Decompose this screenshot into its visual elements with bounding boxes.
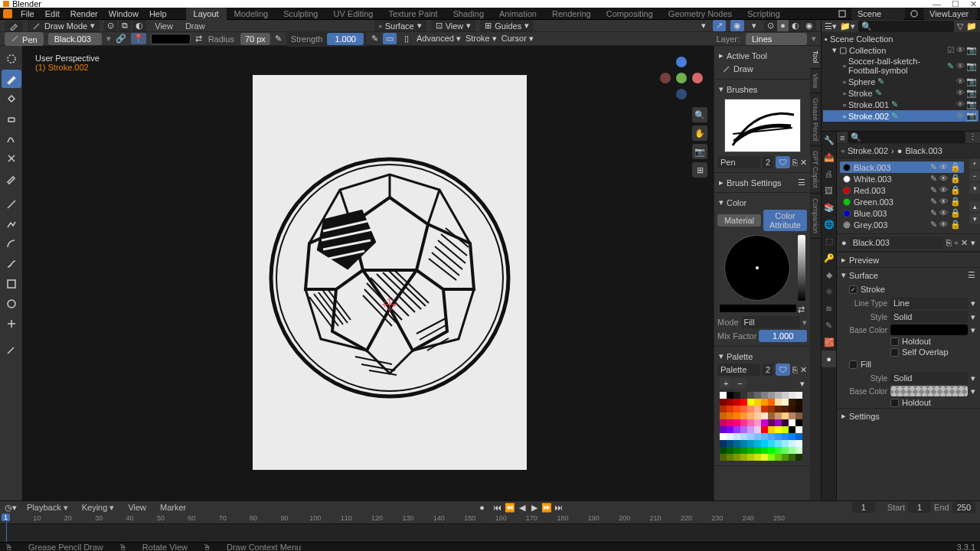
palette-color[interactable] (761, 399, 768, 406)
palette-color[interactable] (740, 392, 747, 399)
strength-pressure-button[interactable]: ✎ (371, 34, 378, 44)
material-slot[interactable]: Red.003✎👁🔒 (840, 184, 964, 196)
palette-color[interactable] (761, 426, 768, 433)
palette-remove-button[interactable]: − (733, 378, 746, 389)
menu-file[interactable]: File (15, 9, 40, 18)
palette-unlink-button[interactable]: ✕ (800, 365, 807, 375)
palette-color[interactable] (768, 392, 775, 399)
palette-color[interactable] (795, 399, 802, 406)
npanel-tab-view[interactable]: View (810, 69, 821, 93)
palette-color[interactable] (727, 399, 733, 406)
viewlayer-field[interactable]: ViewLayer (923, 8, 977, 20)
radius-pressure-button[interactable]: ✎ (275, 34, 282, 44)
props-options-button[interactable]: ⋮ (969, 132, 977, 142)
3d-viewport[interactable]: User Perspective (1) Stroke.002 (23, 46, 714, 500)
preview-header[interactable]: ▸ Preview (837, 253, 980, 267)
menu-window[interactable]: Window (103, 9, 144, 18)
palette-color[interactable] (795, 419, 802, 426)
plane-dropdown[interactable]: ⊡ View ▾ (431, 20, 476, 31)
palette-color[interactable] (740, 454, 747, 461)
palette-color[interactable] (782, 412, 789, 419)
palette-new-button[interactable]: ⎘ (792, 365, 798, 374)
palette-color[interactable] (789, 399, 795, 406)
palette-color[interactable] (775, 392, 782, 399)
palette-color[interactable] (740, 412, 747, 419)
palette-color[interactable] (761, 440, 768, 447)
material-tab[interactable]: Material (717, 214, 761, 227)
palette-color[interactable] (782, 392, 789, 399)
fill-basecolor[interactable] (890, 386, 968, 396)
origin-dropdown[interactable]: ▫ Surface ▾ (374, 20, 426, 31)
shading-solid[interactable]: ● (777, 20, 789, 31)
value-slider[interactable] (798, 235, 805, 301)
palette-color[interactable] (720, 440, 727, 447)
npanel-tab-grease-pencil[interactable]: Grease Pencil (810, 93, 821, 147)
palette-color[interactable] (727, 419, 733, 426)
palette-color[interactable] (720, 447, 727, 454)
material-pin-button[interactable]: ▾ (971, 238, 975, 248)
menu-render[interactable]: Render (65, 9, 103, 18)
swap-colors-button[interactable]: ⇄ (798, 305, 805, 315)
palette-color[interactable] (720, 419, 727, 426)
palette-color[interactable] (754, 399, 761, 406)
palette-color[interactable] (740, 433, 747, 440)
fill-style-dropdown[interactable]: Solid (890, 372, 968, 384)
play-button[interactable]: ▶ (529, 502, 540, 513)
overlay-button[interactable]: ◉ (730, 20, 744, 31)
palette-color[interactable] (720, 433, 727, 440)
surface-header[interactable]: ▾ Surface ☰ (837, 268, 980, 282)
material-new-button[interactable]: ▫ (955, 238, 958, 247)
palette-fakeuser-button[interactable]: 🛡 (776, 364, 790, 376)
palette-color[interactable] (775, 419, 782, 426)
circle-tool[interactable] (2, 295, 21, 313)
palette-color[interactable] (768, 426, 775, 433)
npanel-tab-gpt-copilot[interactable]: GPT Copilot (810, 146, 821, 194)
workspace-tab-rendering[interactable]: Rendering (544, 8, 599, 20)
palette-color[interactable] (795, 454, 802, 461)
pan-gizmo-button[interactable]: ✋ (692, 126, 707, 141)
cursor-menu[interactable]: Cursor ▾ (501, 34, 534, 44)
fill-subheader[interactable]: Fill (837, 357, 980, 371)
npanel-tab-companion[interactable]: Companion (810, 194, 821, 239)
prop-edit-button[interactable]: ◐ (132, 20, 146, 31)
outliner-item[interactable]: ▫Soccer-ball-sketch-Football-symbol✎👁📷 (823, 56, 978, 76)
color-header[interactable]: ▾ Color (717, 196, 807, 209)
palette-color[interactable] (789, 392, 795, 399)
layer-select[interactable]: Lines (746, 33, 807, 45)
shading-matprev[interactable]: ◐ (789, 20, 802, 31)
palette-color[interactable] (789, 419, 795, 426)
marker-menu[interactable]: Marker (156, 503, 190, 512)
advanced-toggle-1[interactable]: ▭ (383, 33, 397, 44)
palette-color[interactable] (775, 412, 782, 419)
color-swatch[interactable] (151, 34, 191, 44)
workspace-tab-uv-editing[interactable]: UV Editing (325, 8, 381, 20)
erase-tool[interactable] (2, 109, 21, 128)
jump-end-button[interactable]: ⏭ (554, 502, 564, 513)
props-tab-9[interactable]: ⚛ (822, 283, 836, 300)
play-reverse-button[interactable]: ◀ (517, 502, 528, 513)
palette-color[interactable] (740, 426, 747, 433)
palette-color[interactable] (775, 406, 782, 412)
outliner-new-collection-button[interactable]: 📁 (966, 21, 977, 31)
fake-user-button[interactable]: 🛡 (776, 156, 790, 168)
palette-color[interactable] (775, 433, 782, 440)
palette-color[interactable] (747, 419, 754, 426)
mode-dropdown[interactable]: Draw Mode ▾ (28, 20, 100, 31)
material-name-field[interactable]: Black.003 (850, 236, 943, 249)
material-slot[interactable]: Black.003✎👁🔒 (840, 161, 964, 173)
palette-color[interactable] (761, 447, 768, 454)
brush-name-field[interactable]: Pen (717, 156, 760, 168)
workspace-tab-shading[interactable]: Shading (446, 8, 492, 20)
scene-field[interactable]: Scene (851, 8, 905, 20)
palette-color[interactable] (782, 454, 789, 461)
palette-color[interactable] (740, 406, 747, 412)
palette-color[interactable] (720, 406, 727, 412)
palette-color[interactable] (733, 426, 740, 433)
palette-color[interactable] (782, 433, 789, 440)
palette-color[interactable] (733, 433, 740, 440)
palette-color[interactable] (789, 412, 795, 419)
brush-unlink-button[interactable]: ✕ (800, 158, 807, 168)
palette-color[interactable] (795, 440, 802, 447)
shading-rendered[interactable]: ◉ (802, 20, 816, 31)
workspace-tab-layout[interactable]: Layout (186, 8, 227, 20)
